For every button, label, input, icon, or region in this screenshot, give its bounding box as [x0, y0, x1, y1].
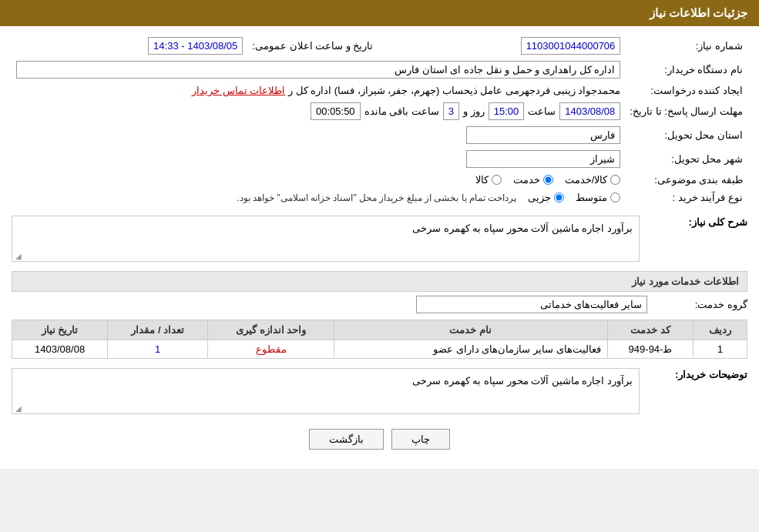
- radio-kala-label: کالا: [475, 174, 489, 186]
- col-row: ردیف: [694, 320, 747, 340]
- cell-code: ط-94-949: [607, 340, 694, 359]
- services-table-body: 1 ط-94-949 فعالیت‌های سایر سازمان‌های دا…: [12, 340, 747, 359]
- radio-kala-khadamat[interactable]: [610, 175, 620, 185]
- radio-khadamat-item: خدمت: [513, 174, 553, 186]
- province-value: فارس: [466, 126, 620, 144]
- radio-kala-item: کالا: [475, 174, 502, 186]
- day-label: روز و: [463, 105, 485, 117]
- col-date: تاریخ نیاز: [12, 320, 108, 340]
- back-button[interactable]: بازگشت: [309, 429, 384, 450]
- resize-handle: ◢: [14, 252, 22, 259]
- cell-name: فعالیت‌های سایر سازمان‌های دارای عضو: [334, 340, 607, 359]
- cell-row: 1: [694, 340, 747, 359]
- category-radio-group: کالا/خدمت خدمت کالا: [16, 174, 620, 186]
- group-service-row: گروه خدمت: سایر فعالیت‌های خدماتی: [12, 296, 747, 313]
- buyer-desc-value: برآورد اجاره ماشین آلات محور سپاه به کهم…: [412, 375, 633, 386]
- services-table: ردیف کد خدمت نام خدمت واحد اندازه گیری ت…: [12, 320, 747, 359]
- description-value: برآورد اجاره ماشین آلات محور سپاه به کهم…: [412, 223, 633, 234]
- remaining-value: 00:05:50: [311, 102, 361, 120]
- city-value: شیراز: [466, 150, 620, 168]
- row-number: شماره نیاز: 1103001044000706 تاریخ و ساع…: [12, 34, 747, 58]
- page-title: جزئیات اطلاعات نیاز: [650, 6, 747, 19]
- cell-count: 1: [108, 340, 208, 359]
- cell-date: 1403/08/08: [12, 340, 108, 359]
- col-name: نام خدمت: [334, 320, 607, 340]
- col-count: تعداد / مقدار: [108, 320, 208, 340]
- main-content: شماره نیاز: 1103001044000706 تاریخ و ساع…: [0, 26, 759, 469]
- process-label: نوع فرآیند خرید :: [625, 189, 747, 206]
- row-process: نوع فرآیند خرید : متوسط جزیی پرداخت تمام…: [12, 189, 747, 206]
- row-category: طبقه بندی موضوعی: کالا/خدمت خدمت: [12, 171, 747, 189]
- buyer-desc-label: توضیحات خریدار:: [647, 365, 747, 380]
- group-label: گروه خدمت:: [647, 299, 747, 310]
- group-value: سایر فعالیت‌های خدماتی: [416, 296, 647, 313]
- deadline-time: 15:00: [489, 102, 525, 120]
- table-row: 1 ط-94-949 فعالیت‌های سایر سازمان‌های دا…: [12, 340, 747, 359]
- radio-motavaset-label: متوسط: [576, 192, 607, 203]
- time-label: ساعت: [528, 105, 556, 117]
- info-table: شماره نیاز: 1103001044000706 تاریخ و ساع…: [12, 34, 747, 206]
- creator-link[interactable]: اطلاعات تماس خریدار: [192, 85, 285, 96]
- creator-value: محمدجواد زینبی فردجهرمی عامل ذیحساب (جهر…: [288, 85, 620, 96]
- col-unit: واحد اندازه گیری: [208, 320, 334, 340]
- radio-khadamat[interactable]: [543, 175, 553, 185]
- page-header: جزئیات اطلاعات نیاز: [0, 0, 759, 26]
- buyer-desc-box: برآورد اجاره ماشین آلات محور سپاه به کهم…: [12, 368, 640, 414]
- page-wrapper: جزئیات اطلاعات نیاز شماره نیاز: 11030010…: [0, 0, 759, 469]
- deadline-date: 1403/08/08: [559, 102, 620, 120]
- radio-jozvi-label: جزیی: [528, 192, 551, 203]
- radio-kala-khadamat-label: کالا/خدمت: [565, 174, 608, 186]
- buyer-desc-resize-handle: ◢: [14, 404, 22, 412]
- radio-kala-khadamat-item: کالا/خدمت: [565, 174, 621, 186]
- radio-jozvi-item: جزیی: [528, 192, 564, 203]
- description-label: شرح کلی نیاز:: [647, 212, 747, 228]
- description-section: شرح کلی نیاز: برآورد اجاره ماشین آلات مح…: [12, 212, 747, 265]
- announce-value: 1403/08/05 - 14:33: [148, 37, 243, 55]
- city-label: شهر محل تحویل:: [625, 147, 747, 171]
- buyer-label: نام دستگاه خریدار:: [625, 58, 747, 82]
- radio-motavaset-item: متوسط: [576, 192, 620, 203]
- creator-label: ایجاد کننده درخواست:: [625, 82, 747, 99]
- buyer-desc-section: توضیحات خریدار: برآورد اجاره ماشین آلات …: [12, 365, 747, 417]
- services-header-row: ردیف کد خدمت نام خدمت واحد اندازه گیری ت…: [12, 320, 747, 340]
- number-value: 1103001044000706: [521, 37, 621, 55]
- row-city: شهر محل تحویل: شیراز: [12, 147, 747, 171]
- row-province: استان محل تحویل: فارس: [12, 123, 747, 147]
- radio-jozvi[interactable]: [554, 192, 564, 202]
- radio-kala[interactable]: [492, 175, 502, 185]
- row-creator: ایجاد کننده درخواست: محمدجواد زینبی فردج…: [12, 82, 747, 99]
- category-label: طبقه بندی موضوعی:: [625, 171, 747, 189]
- row-buyer: نام دستگاه خریدار: اداره کل راهداری و حم…: [12, 58, 747, 82]
- deadline-row: 1403/08/08 ساعت 15:00 روز و 3 ساعت باقی …: [16, 102, 620, 120]
- radio-khadamat-label: خدمت: [513, 174, 540, 186]
- radio-motavaset[interactable]: [610, 192, 620, 202]
- row-deadline: مهلت ارسال پاسخ: تا تاریخ: 1403/08/08 سا…: [12, 99, 747, 123]
- deadline-label: مهلت ارسال پاسخ: تا تاریخ:: [625, 99, 747, 123]
- province-label: استان محل تحویل:: [625, 123, 747, 147]
- description-box: برآورد اجاره ماشین آلات محور سپاه به کهم…: [12, 216, 640, 262]
- announce-label: تاریخ و ساعت اعلان عمومی:: [247, 34, 378, 58]
- number-label: شماره نیاز:: [625, 34, 747, 58]
- print-button[interactable]: چاپ: [391, 429, 450, 450]
- process-row: متوسط جزیی پرداخت تمام یا بخشی از مبلغ خ…: [16, 192, 620, 203]
- cell-unit: مقطوع: [208, 340, 334, 359]
- process-note: پرداخت تمام یا بخشی از مبلغ خریداز محل "…: [237, 192, 516, 203]
- col-code: کد خدمت: [607, 320, 694, 340]
- services-section-header: اطلاعات خدمات مورد نیاز: [12, 271, 747, 292]
- bottom-buttons: چاپ بازگشت: [12, 429, 747, 450]
- days-value: 3: [443, 102, 459, 120]
- services-table-head: ردیف کد خدمت نام خدمت واحد اندازه گیری ت…: [12, 320, 747, 340]
- remaining-label: ساعت باقی مانده: [364, 105, 439, 117]
- buyer-value: اداره کل راهداری و حمل و نقل جاده ای است…: [16, 61, 620, 79]
